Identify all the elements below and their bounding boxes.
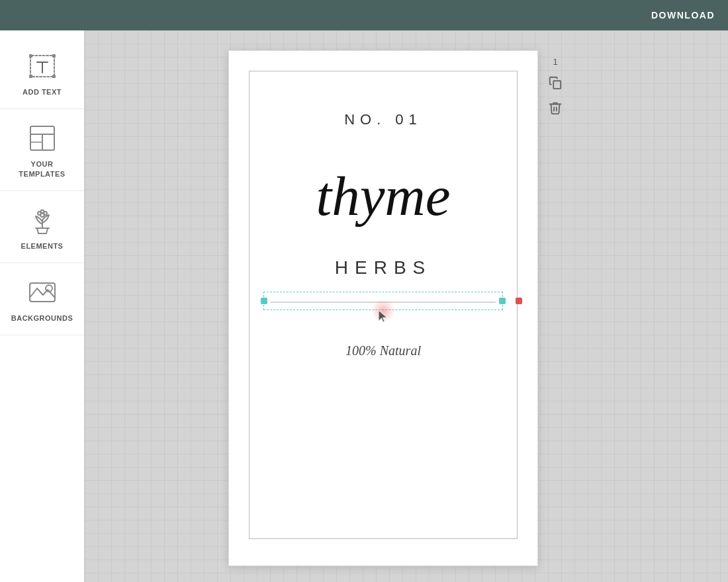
label-number: NO. 01 [344,111,422,128]
svg-rect-20 [553,81,561,89]
download-button[interactable]: DOWNLOAD [651,10,715,21]
svg-rect-4 [52,54,56,58]
sidebar-item-your-templates[interactable]: YOUR TEMPLATES [0,109,84,191]
label-category: HERBS [335,257,432,278]
svg-point-16 [38,212,41,215]
top-bar: DOWNLOAD [0,0,728,30]
svg-point-15 [44,212,47,215]
resize-handle-left[interactable] [261,298,267,304]
svg-rect-5 [29,75,32,78]
label-page: NO. 01 thyme HERBS [228,50,538,566]
cursor-icon [377,310,390,329]
label-script-text: thyme [316,168,451,224]
backgrounds-icon [25,275,60,310]
elements-label: ELEMENTS [21,241,64,251]
backgrounds-label: BACKGROUNDS [11,313,73,323]
label-inner: NO. 01 thyme HERBS [249,71,518,539]
selected-divider-element[interactable] [263,292,503,310]
resize-handle-far-right[interactable] [516,298,522,304]
text-icon [25,49,60,83]
label-divider-area [269,292,497,310]
delete-page-button[interactable] [546,99,565,117]
templates-icon [25,121,60,155]
resize-handle-right[interactable] [499,298,506,304]
elements-icon [25,203,60,237]
svg-rect-6 [52,75,56,78]
copy-page-button[interactable] [546,73,565,92]
page-controls: 1 [546,50,565,117]
sidebar: ADD TEXT YOUR TEMPLATES [0,30,85,582]
sidebar-item-backgrounds[interactable]: BACKGROUNDS [0,263,84,335]
page-wrapper: NO. 01 thyme HERBS [228,50,565,566]
your-templates-label: YOUR TEMPLATES [7,159,77,179]
main-area: ADD TEXT YOUR TEMPLATES [0,30,728,582]
page-number: 1 [553,57,557,67]
svg-rect-3 [29,54,32,58]
label-natural-text: 100% Natural [345,343,421,358]
add-text-label: ADD TEXT [23,87,62,97]
sidebar-item-add-text[interactable]: ADD TEXT [0,37,84,109]
canvas-area: NO. 01 thyme HERBS [85,30,728,582]
sidebar-item-elements[interactable]: ELEMENTS [0,191,84,263]
